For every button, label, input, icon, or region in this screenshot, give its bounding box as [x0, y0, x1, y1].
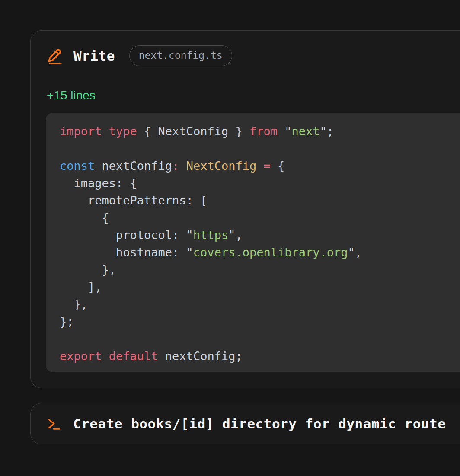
- tool-header[interactable]: Write next.config.ts: [46, 45, 460, 67]
- diff-added-lines: +15 lines: [47, 89, 460, 102]
- code-line: },: [60, 296, 460, 313]
- command-text: Create books/[id] directory for dynamic …: [73, 416, 446, 431]
- code-line: import type { NextConfig } from "next";: [60, 123, 460, 140]
- code-line: ],: [60, 278, 460, 296]
- write-tool-card: Write next.config.ts +15 lines import ty…: [30, 30, 460, 388]
- code-line: hostname: "covers.openlibrary.org",: [60, 244, 460, 261]
- command-card[interactable]: Create books/[id] directory for dynamic …: [30, 403, 460, 444]
- code-line: const nextConfig: NextConfig = {: [60, 157, 460, 175]
- code-line: },: [60, 261, 460, 278]
- code-line: {: [60, 209, 460, 227]
- code-block: import type { NextConfig } from "next"; …: [46, 113, 460, 372]
- code-line: protocol: "https",: [60, 227, 460, 244]
- code-line: };: [60, 313, 460, 330]
- pencil-icon: [46, 47, 64, 65]
- code-line: [60, 140, 460, 157]
- code-line: remotePatterns: [: [60, 192, 460, 209]
- code-line: images: {: [60, 175, 460, 192]
- code-line: [60, 330, 460, 348]
- file-badge[interactable]: next.config.ts: [129, 45, 232, 66]
- code-line: export default nextConfig;: [60, 348, 460, 365]
- page: Write next.config.ts +15 lines import ty…: [0, 0, 460, 476]
- tool-name: Write: [73, 48, 115, 64]
- terminal-prompt-icon: [46, 416, 61, 431]
